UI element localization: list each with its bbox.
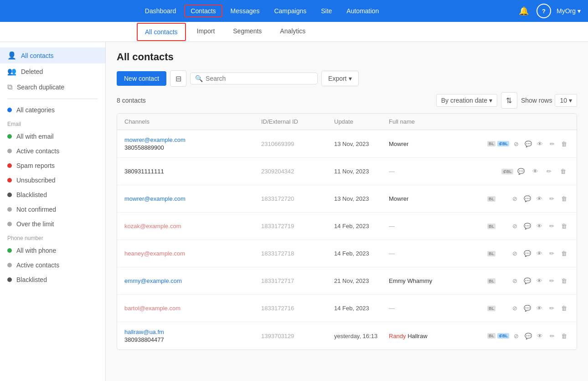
- row-actions-1: ⊄BL 💬 👁 ✏ 🗑: [487, 165, 569, 178]
- nav-contacts[interactable]: Contacts: [184, 5, 222, 17]
- edit-icon-5[interactable]: ✏: [547, 275, 557, 287]
- table-row: 380931111111 2309204342 11 Nov, 2023 — ⊄…: [117, 158, 577, 185]
- message-icon-1[interactable]: 💬: [515, 165, 527, 178]
- row-actions-3: BL ⊘ 💬 👁 ✏ 🗑: [487, 220, 569, 233]
- delete-icon-4[interactable]: 🗑: [559, 247, 569, 260]
- subnav-import[interactable]: Import: [190, 23, 222, 41]
- rows-count-button[interactable]: 10 ▾: [555, 94, 577, 107]
- help-icon[interactable]: ?: [536, 4, 551, 18]
- view-icon-7[interactable]: 👁: [535, 329, 545, 342]
- block-icon-3[interactable]: ⊘: [510, 220, 520, 233]
- table-header: Channels ID/External ID Update Full name: [117, 114, 577, 130]
- sidebar-item-not-confirmed[interactable]: Not confirmed: [0, 202, 105, 217]
- dot-red-spam: [7, 163, 12, 168]
- bl-badge-0[interactable]: BL: [487, 141, 495, 146]
- view-icon-6[interactable]: 👁: [534, 302, 545, 315]
- bl-badge-6[interactable]: BL: [487, 306, 495, 311]
- subnav-all-contacts[interactable]: All contacts: [137, 23, 186, 41]
- delete-icon-6[interactable]: 🗑: [559, 302, 569, 315]
- sidebar-label-active-contacts-phone: Active contacts: [16, 261, 59, 269]
- message-icon-7[interactable]: 💬: [523, 329, 533, 342]
- block-icon-0[interactable]: ⊘: [511, 137, 521, 150]
- sort-by-button[interactable]: By creation date ▾: [436, 94, 497, 107]
- block-icon-7[interactable]: ⊘: [511, 329, 521, 342]
- bl-unsubscribe-0[interactable]: ⊄BL: [497, 141, 509, 146]
- bl-badge-3[interactable]: BL: [487, 224, 495, 229]
- message-icon-6[interactable]: 💬: [522, 302, 532, 315]
- edit-icon-4[interactable]: ✏: [547, 247, 557, 260]
- sort-order-button[interactable]: ⇅: [501, 92, 517, 109]
- bl-badge-2[interactable]: BL: [487, 196, 495, 202]
- view-icon-4[interactable]: 👁: [534, 247, 545, 260]
- delete-icon-5[interactable]: 🗑: [559, 275, 569, 287]
- table-row: bartol@example.com 1833172716 14 Feb, 20…: [117, 295, 577, 322]
- sidebar-item-blacklisted-email[interactable]: Blacklisted: [0, 188, 105, 202]
- email-0[interactable]: mowrer@example.com: [124, 136, 261, 143]
- email-4[interactable]: heaney@example.com: [124, 250, 261, 257]
- nav-dashboard[interactable]: Dashboard: [139, 5, 183, 17]
- new-contact-button[interactable]: New contact: [117, 71, 166, 86]
- search-input[interactable]: [206, 75, 313, 82]
- subnav-analytics[interactable]: Analytics: [273, 23, 313, 41]
- email-6[interactable]: bartol@example.com: [124, 305, 261, 312]
- view-icon-1[interactable]: 👁: [529, 165, 542, 178]
- edit-icon-2[interactable]: ✏: [547, 193, 557, 205]
- view-icon-3[interactable]: 👁: [534, 220, 545, 233]
- table-row: hallraw@ua.fm 380938804477 1393703129 ye…: [117, 322, 577, 350]
- nav-campaigns[interactable]: Campaigns: [268, 5, 313, 17]
- message-icon-0[interactable]: 💬: [523, 137, 533, 150]
- cell-id-2: 1833172720: [261, 195, 334, 202]
- bl-badge-4[interactable]: BL: [487, 251, 495, 256]
- bl-badge-1[interactable]: ⊄BL: [501, 169, 513, 174]
- sidebar-item-search-duplicate[interactable]: ⧉ Search duplicate: [0, 79, 105, 95]
- nav-site[interactable]: Site: [315, 5, 338, 17]
- block-icon-6[interactable]: ⊘: [510, 302, 520, 315]
- block-icon-2[interactable]: ⊘: [510, 193, 520, 205]
- sidebar-item-active-contacts-email[interactable]: Active contacts: [0, 144, 105, 158]
- sidebar-item-deleted[interactable]: 👥 Deleted: [0, 63, 105, 79]
- edit-icon-1[interactable]: ✏: [543, 165, 555, 178]
- sidebar-item-active-contacts-phone[interactable]: Active contacts: [0, 258, 105, 272]
- sidebar-item-over-the-limit[interactable]: Over the limit: [0, 217, 105, 231]
- message-icon-5[interactable]: 💬: [522, 275, 532, 287]
- message-icon-2[interactable]: 💬: [522, 193, 532, 205]
- email-3[interactable]: kozak@example.com: [124, 223, 261, 230]
- sidebar-item-all-categories[interactable]: All categories: [0, 103, 105, 117]
- bl-badge-5[interactable]: BL: [487, 278, 495, 284]
- delete-icon-7[interactable]: 🗑: [559, 329, 569, 342]
- dot-green-phone: [7, 248, 12, 253]
- block-icon-5[interactable]: ⊘: [510, 275, 520, 287]
- subnav-segments[interactable]: Segments: [226, 23, 269, 41]
- email-7[interactable]: hallraw@ua.fm: [124, 329, 261, 335]
- export-button[interactable]: Export ▾: [321, 71, 358, 86]
- org-selector[interactable]: MyOrg ▾: [557, 7, 581, 15]
- nav-messages[interactable]: Messages: [224, 5, 266, 17]
- email-5[interactable]: emmy@example.com: [124, 277, 261, 284]
- message-icon-4[interactable]: 💬: [522, 247, 532, 260]
- sidebar-item-all-with-email[interactable]: All with email: [0, 129, 105, 144]
- delete-icon-0[interactable]: 🗑: [559, 137, 569, 150]
- delete-icon-1[interactable]: 🗑: [557, 165, 569, 178]
- delete-icon-2[interactable]: 🗑: [559, 193, 569, 205]
- bell-icon[interactable]: 🔔: [516, 4, 531, 18]
- view-icon-0[interactable]: 👁: [535, 137, 545, 150]
- filter-button[interactable]: ⊟: [170, 70, 186, 87]
- bl-badge-7b[interactable]: ⊄BL: [497, 333, 509, 339]
- edit-icon-7[interactable]: ✏: [547, 329, 557, 342]
- email-2[interactable]: mowrer@example.com: [124, 195, 261, 202]
- edit-icon-3[interactable]: ✏: [547, 220, 557, 233]
- sidebar-item-all-contacts[interactable]: 👤 All contacts: [0, 47, 105, 63]
- edit-icon-0[interactable]: ✏: [547, 137, 557, 150]
- sidebar-item-unsubscribed[interactable]: Unsubscribed: [0, 173, 105, 188]
- delete-icon-3[interactable]: 🗑: [559, 220, 569, 233]
- sidebar-item-blacklisted-phone[interactable]: Blacklisted: [0, 272, 105, 287]
- sidebar-item-all-with-phone[interactable]: All with phone: [0, 243, 105, 258]
- view-icon-5[interactable]: 👁: [534, 275, 545, 287]
- bl-badge-7[interactable]: BL: [487, 333, 495, 339]
- sidebar-item-spam-reports[interactable]: Spam reports: [0, 158, 105, 173]
- message-icon-3[interactable]: 💬: [522, 220, 532, 233]
- view-icon-2[interactable]: 👁: [534, 193, 545, 205]
- block-icon-4[interactable]: ⊘: [510, 247, 520, 260]
- nav-automation[interactable]: Automation: [340, 5, 385, 17]
- edit-icon-6[interactable]: ✏: [547, 302, 557, 315]
